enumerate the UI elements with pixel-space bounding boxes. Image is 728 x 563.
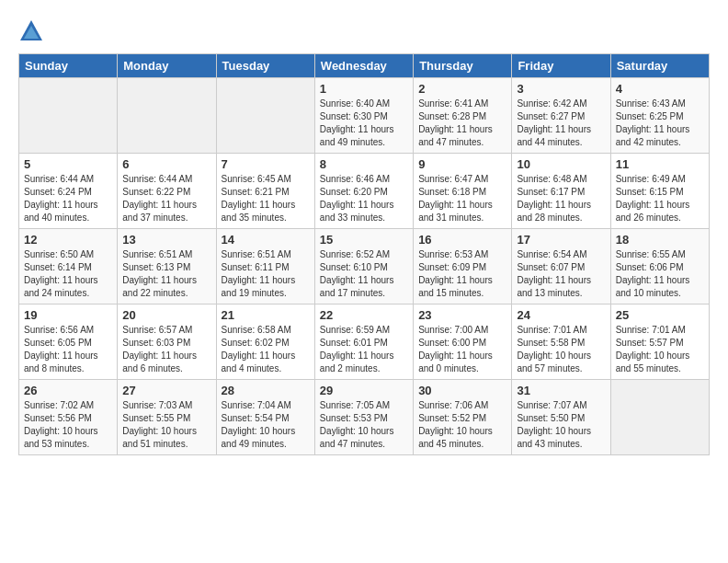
calendar-cell bbox=[118, 78, 216, 154]
calendar-cell bbox=[19, 78, 118, 154]
day-info: Sunrise: 6:40 AM Sunset: 6:30 PM Dayligh… bbox=[320, 98, 408, 149]
day-info: Sunrise: 7:03 AM Sunset: 5:55 PM Dayligh… bbox=[122, 399, 210, 451]
day-number: 28 bbox=[222, 384, 310, 397]
day-number: 16 bbox=[418, 233, 506, 247]
calendar-cell: 19Sunrise: 6:56 AM Sunset: 6:05 PM Dayli… bbox=[19, 304, 118, 380]
calendar-week-5: 26Sunrise: 7:02 AM Sunset: 5:56 PM Dayli… bbox=[19, 380, 710, 455]
day-number: 31 bbox=[517, 384, 605, 397]
day-number: 30 bbox=[418, 384, 506, 397]
calendar-cell: 6Sunrise: 6:44 AM Sunset: 6:22 PM Daylig… bbox=[118, 154, 216, 229]
day-number: 12 bbox=[24, 233, 112, 247]
day-number: 11 bbox=[616, 157, 704, 171]
day-number: 8 bbox=[320, 157, 408, 171]
day-info: Sunrise: 7:01 AM Sunset: 5:57 PM Dayligh… bbox=[616, 324, 704, 375]
weekday-header-saturday: Saturday bbox=[610, 54, 709, 78]
calendar-cell: 11Sunrise: 6:49 AM Sunset: 6:15 PM Dayli… bbox=[610, 154, 709, 229]
day-info: Sunrise: 6:54 AM Sunset: 6:07 PM Dayligh… bbox=[517, 248, 605, 300]
calendar-cell: 17Sunrise: 6:54 AM Sunset: 6:07 PM Dayli… bbox=[512, 229, 610, 304]
weekday-header-wednesday: Wednesday bbox=[314, 54, 413, 78]
calendar-week-2: 5Sunrise: 6:44 AM Sunset: 6:24 PM Daylig… bbox=[19, 154, 710, 229]
calendar-week-4: 19Sunrise: 6:56 AM Sunset: 6:05 PM Dayli… bbox=[19, 304, 710, 380]
day-info: Sunrise: 6:51 AM Sunset: 6:11 PM Dayligh… bbox=[222, 248, 310, 300]
weekday-header-monday: Monday bbox=[118, 54, 216, 78]
page: SundayMondayTuesdayWednesdayThursdayFrid… bbox=[0, 0, 728, 465]
day-number: 23 bbox=[418, 308, 506, 322]
calendar-cell: 24Sunrise: 7:01 AM Sunset: 5:58 PM Dayli… bbox=[512, 304, 610, 380]
calendar-table: SundayMondayTuesdayWednesdayThursdayFrid… bbox=[18, 53, 710, 455]
calendar-week-1: 1Sunrise: 6:40 AM Sunset: 6:30 PM Daylig… bbox=[19, 78, 710, 154]
calendar-cell: 8Sunrise: 6:46 AM Sunset: 6:20 PM Daylig… bbox=[314, 154, 413, 229]
day-info: Sunrise: 7:05 AM Sunset: 5:53 PM Dayligh… bbox=[320, 399, 408, 451]
calendar-cell: 7Sunrise: 6:45 AM Sunset: 6:21 PM Daylig… bbox=[216, 154, 314, 229]
calendar-cell: 22Sunrise: 6:59 AM Sunset: 6:01 PM Dayli… bbox=[314, 304, 413, 380]
logo-icon bbox=[18, 18, 44, 44]
day-number: 27 bbox=[122, 384, 210, 397]
calendar-cell: 3Sunrise: 6:42 AM Sunset: 6:27 PM Daylig… bbox=[512, 78, 610, 154]
day-info: Sunrise: 6:52 AM Sunset: 6:10 PM Dayligh… bbox=[320, 248, 408, 300]
day-info: Sunrise: 6:49 AM Sunset: 6:15 PM Dayligh… bbox=[616, 173, 704, 224]
day-number: 29 bbox=[320, 384, 408, 397]
weekday-header-sunday: Sunday bbox=[19, 54, 118, 78]
day-info: Sunrise: 6:57 AM Sunset: 6:03 PM Dayligh… bbox=[122, 324, 210, 375]
calendar-cell: 21Sunrise: 6:58 AM Sunset: 6:02 PM Dayli… bbox=[216, 304, 314, 380]
day-info: Sunrise: 6:56 AM Sunset: 6:05 PM Dayligh… bbox=[24, 324, 112, 375]
calendar-cell: 5Sunrise: 6:44 AM Sunset: 6:24 PM Daylig… bbox=[19, 154, 118, 229]
day-info: Sunrise: 6:53 AM Sunset: 6:09 PM Dayligh… bbox=[418, 248, 506, 300]
day-info: Sunrise: 7:04 AM Sunset: 5:54 PM Dayligh… bbox=[222, 399, 310, 451]
day-number: 9 bbox=[418, 157, 506, 171]
calendar-cell: 10Sunrise: 6:48 AM Sunset: 6:17 PM Dayli… bbox=[512, 154, 610, 229]
calendar-cell: 2Sunrise: 6:41 AM Sunset: 6:28 PM Daylig… bbox=[414, 78, 512, 154]
day-number: 22 bbox=[320, 308, 408, 322]
day-number: 1 bbox=[320, 82, 408, 96]
calendar-cell: 30Sunrise: 7:06 AM Sunset: 5:52 PM Dayli… bbox=[414, 380, 512, 455]
calendar-cell: 16Sunrise: 6:53 AM Sunset: 6:09 PM Dayli… bbox=[414, 229, 512, 304]
day-number: 26 bbox=[24, 384, 112, 397]
day-info: Sunrise: 6:44 AM Sunset: 6:24 PM Dayligh… bbox=[24, 173, 112, 224]
calendar-cell: 13Sunrise: 6:51 AM Sunset: 6:13 PM Dayli… bbox=[118, 229, 216, 304]
day-info: Sunrise: 6:41 AM Sunset: 6:28 PM Dayligh… bbox=[418, 98, 506, 149]
header bbox=[18, 18, 710, 44]
weekday-header-row: SundayMondayTuesdayWednesdayThursdayFrid… bbox=[19, 54, 710, 78]
calendar-cell: 15Sunrise: 6:52 AM Sunset: 6:10 PM Dayli… bbox=[314, 229, 413, 304]
calendar-cell: 18Sunrise: 6:55 AM Sunset: 6:06 PM Dayli… bbox=[610, 229, 709, 304]
weekday-header-friday: Friday bbox=[512, 54, 610, 78]
logo bbox=[18, 18, 48, 44]
calendar-cell: 26Sunrise: 7:02 AM Sunset: 5:56 PM Dayli… bbox=[19, 380, 118, 455]
day-number: 6 bbox=[122, 157, 210, 171]
day-info: Sunrise: 6:51 AM Sunset: 6:13 PM Dayligh… bbox=[122, 248, 210, 300]
day-number: 3 bbox=[517, 82, 605, 96]
day-info: Sunrise: 6:42 AM Sunset: 6:27 PM Dayligh… bbox=[517, 98, 605, 149]
day-number: 2 bbox=[418, 82, 506, 96]
day-number: 7 bbox=[222, 157, 310, 171]
calendar-cell: 4Sunrise: 6:43 AM Sunset: 6:25 PM Daylig… bbox=[610, 78, 709, 154]
calendar-cell: 20Sunrise: 6:57 AM Sunset: 6:03 PM Dayli… bbox=[118, 304, 216, 380]
day-number: 5 bbox=[24, 157, 112, 171]
day-number: 25 bbox=[616, 308, 704, 322]
calendar-week-3: 12Sunrise: 6:50 AM Sunset: 6:14 PM Dayli… bbox=[19, 229, 710, 304]
day-number: 14 bbox=[222, 233, 310, 247]
calendar-cell: 12Sunrise: 6:50 AM Sunset: 6:14 PM Dayli… bbox=[19, 229, 118, 304]
day-info: Sunrise: 6:43 AM Sunset: 6:25 PM Dayligh… bbox=[616, 98, 704, 149]
calendar-cell: 28Sunrise: 7:04 AM Sunset: 5:54 PM Dayli… bbox=[216, 380, 314, 455]
day-info: Sunrise: 6:48 AM Sunset: 6:17 PM Dayligh… bbox=[517, 173, 605, 224]
day-info: Sunrise: 7:07 AM Sunset: 5:50 PM Dayligh… bbox=[517, 399, 605, 451]
calendar-cell bbox=[216, 78, 314, 154]
day-number: 21 bbox=[222, 308, 310, 322]
calendar-cell: 31Sunrise: 7:07 AM Sunset: 5:50 PM Dayli… bbox=[512, 380, 610, 455]
day-info: Sunrise: 6:58 AM Sunset: 6:02 PM Dayligh… bbox=[222, 324, 310, 375]
calendar-cell: 25Sunrise: 7:01 AM Sunset: 5:57 PM Dayli… bbox=[610, 304, 709, 380]
day-info: Sunrise: 6:55 AM Sunset: 6:06 PM Dayligh… bbox=[616, 248, 704, 300]
day-number: 4 bbox=[616, 82, 704, 96]
day-info: Sunrise: 6:50 AM Sunset: 6:14 PM Dayligh… bbox=[24, 248, 112, 300]
day-number: 18 bbox=[616, 233, 704, 247]
day-info: Sunrise: 6:45 AM Sunset: 6:21 PM Dayligh… bbox=[222, 173, 310, 224]
day-info: Sunrise: 7:01 AM Sunset: 5:58 PM Dayligh… bbox=[517, 324, 605, 375]
calendar-cell: 14Sunrise: 6:51 AM Sunset: 6:11 PM Dayli… bbox=[216, 229, 314, 304]
day-info: Sunrise: 6:46 AM Sunset: 6:20 PM Dayligh… bbox=[320, 173, 408, 224]
weekday-header-tuesday: Tuesday bbox=[216, 54, 314, 78]
day-info: Sunrise: 6:47 AM Sunset: 6:18 PM Dayligh… bbox=[418, 173, 506, 224]
day-info: Sunrise: 6:59 AM Sunset: 6:01 PM Dayligh… bbox=[320, 324, 408, 375]
day-number: 24 bbox=[517, 308, 605, 322]
day-number: 17 bbox=[517, 233, 605, 247]
calendar-cell: 27Sunrise: 7:03 AM Sunset: 5:55 PM Dayli… bbox=[118, 380, 216, 455]
